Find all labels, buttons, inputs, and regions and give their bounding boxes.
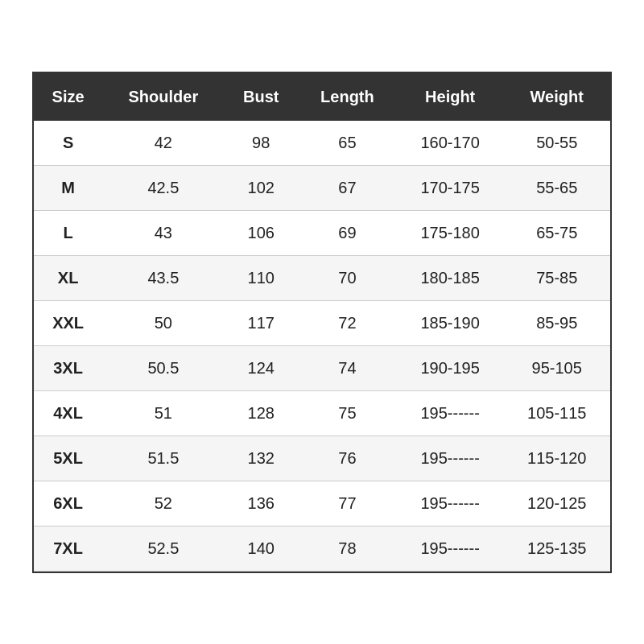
column-header-bust: Bust: [225, 73, 298, 121]
data-cell: 98: [225, 121, 298, 166]
size-chart-container: SizeShoulderBustLengthHeightWeight S4298…: [32, 72, 612, 573]
data-cell: 77: [298, 481, 397, 526]
data-cell: 50: [102, 300, 224, 345]
size-cell: 6XL: [34, 481, 102, 526]
data-cell: 185-190: [397, 300, 504, 345]
data-cell: 105-115: [503, 390, 610, 436]
column-header-weight: Weight: [503, 73, 610, 121]
data-cell: 117: [225, 300, 298, 345]
data-cell: 67: [298, 165, 397, 210]
data-cell: 160-170: [397, 121, 504, 166]
size-cell: 3XL: [34, 345, 102, 390]
data-cell: 43.5: [102, 255, 224, 300]
data-cell: 50-55: [503, 121, 610, 166]
size-cell: L: [34, 210, 102, 255]
data-cell: 124: [225, 345, 298, 390]
data-cell: 125-135: [503, 526, 610, 571]
table-row: M42.510267170-17555-65: [34, 165, 610, 210]
data-cell: 120-125: [503, 481, 610, 526]
data-cell: 50.5: [102, 345, 224, 390]
data-cell: 65: [298, 121, 397, 166]
data-cell: 170-175: [397, 165, 504, 210]
data-cell: 65-75: [503, 210, 610, 255]
table-header-row: SizeShoulderBustLengthHeightWeight: [34, 73, 610, 121]
size-cell: M: [34, 165, 102, 210]
data-cell: 55-65: [503, 165, 610, 210]
table-row: 7XL52.514078195------125-135: [34, 526, 610, 571]
data-cell: 102: [225, 165, 298, 210]
data-cell: 195------: [397, 390, 504, 436]
data-cell: 51: [102, 390, 224, 436]
data-cell: 52.5: [102, 526, 224, 571]
data-cell: 95-105: [503, 345, 610, 390]
column-header-size: Size: [34, 73, 102, 121]
data-cell: 74: [298, 345, 397, 390]
data-cell: 195------: [397, 436, 504, 481]
size-cell: 4XL: [34, 390, 102, 436]
data-cell: 75-85: [503, 255, 610, 300]
data-cell: 175-180: [397, 210, 504, 255]
table-row: 4XL5112875195------105-115: [34, 390, 610, 436]
table-row: 3XL50.512474190-19595-105: [34, 345, 610, 390]
size-cell: 7XL: [34, 526, 102, 571]
data-cell: 110: [225, 255, 298, 300]
data-cell: 128: [225, 390, 298, 436]
size-chart-table: SizeShoulderBustLengthHeightWeight S4298…: [34, 73, 610, 572]
column-header-height: Height: [397, 73, 504, 121]
data-cell: 85-95: [503, 300, 610, 345]
data-cell: 42.5: [102, 165, 224, 210]
data-cell: 76: [298, 436, 397, 481]
table-row: XL43.511070180-18575-85: [34, 255, 610, 300]
data-cell: 106: [225, 210, 298, 255]
table-row: 5XL51.513276195------115-120: [34, 436, 610, 481]
data-cell: 69: [298, 210, 397, 255]
column-header-shoulder: Shoulder: [102, 73, 224, 121]
data-cell: 132: [225, 436, 298, 481]
table-row: 6XL5213677195------120-125: [34, 481, 610, 526]
data-cell: 70: [298, 255, 397, 300]
data-cell: 115-120: [503, 436, 610, 481]
data-cell: 72: [298, 300, 397, 345]
data-cell: 180-185: [397, 255, 504, 300]
data-cell: 51.5: [102, 436, 224, 481]
data-cell: 78: [298, 526, 397, 571]
data-cell: 75: [298, 390, 397, 436]
size-cell: 5XL: [34, 436, 102, 481]
table-row: L4310669175-18065-75: [34, 210, 610, 255]
data-cell: 195------: [397, 526, 504, 571]
table-row: XXL5011772185-19085-95: [34, 300, 610, 345]
data-cell: 42: [102, 121, 224, 166]
data-cell: 43: [102, 210, 224, 255]
data-cell: 195------: [397, 481, 504, 526]
size-cell: S: [34, 121, 102, 166]
size-cell: XL: [34, 255, 102, 300]
data-cell: 52: [102, 481, 224, 526]
data-cell: 190-195: [397, 345, 504, 390]
size-cell: XXL: [34, 300, 102, 345]
table-row: S429865160-17050-55: [34, 121, 610, 166]
data-cell: 136: [225, 481, 298, 526]
data-cell: 140: [225, 526, 298, 571]
column-header-length: Length: [298, 73, 397, 121]
